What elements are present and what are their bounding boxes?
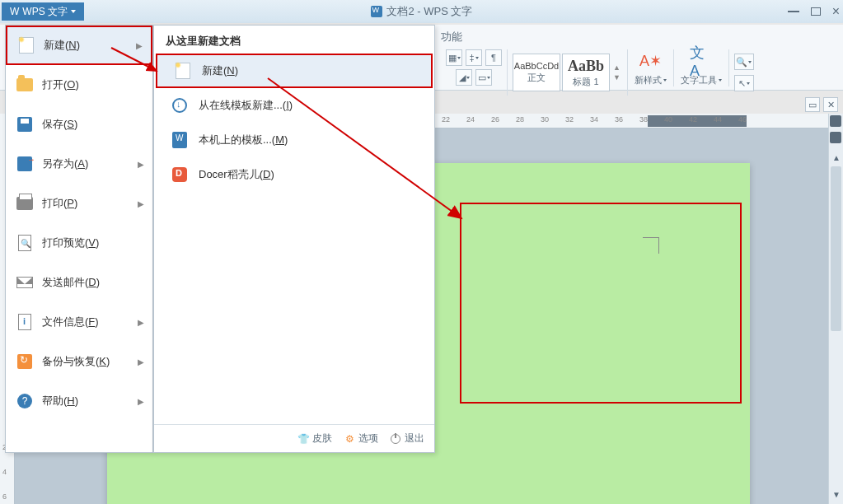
style-normal[interactable]: AaBbCcDd 正文 <box>513 54 560 91</box>
ruler-tick: 34 <box>590 115 598 124</box>
menu-item-saveas[interactable]: 另存为(A) ▶ <box>6 144 152 184</box>
footer-options-button[interactable]: ⚙选项 <box>344 432 378 446</box>
style-up-icon[interactable]: ▲ <box>613 63 621 72</box>
find-icon[interactable]: 🔍 <box>734 54 754 70</box>
sub-item-online-label: 从在线模板新建...(I) <box>199 98 293 113</box>
close-button[interactable]: × <box>832 4 840 19</box>
footer-exit-button[interactable]: 退出 <box>390 432 424 446</box>
new-style-button[interactable]: A✶ 新样式 <box>628 49 674 86</box>
ruler-tick: 32 <box>565 115 574 124</box>
chevron-right-icon: ▶ <box>138 160 144 169</box>
sub-item-local-label: 本机上的模板...(M) <box>199 133 288 147</box>
window-title: 文档2 - WPS 文字 <box>370 4 472 19</box>
sub-menu-footer: 👕皮肤 ⚙选项 退出 <box>154 424 434 452</box>
ruler-icon[interactable]: ✕ <box>823 97 838 112</box>
style-down-icon[interactable]: ▼ <box>613 73 621 82</box>
online-template-icon <box>171 96 189 114</box>
new-style-icon: A✶ <box>639 49 662 72</box>
backup-icon <box>16 352 34 371</box>
style-heading1-preview: AaBb <box>568 58 604 75</box>
scrollbar-vertical[interactable]: ▲ ▼ <box>828 114 843 504</box>
doc-icon <box>370 6 382 17</box>
scroll-thumb[interactable] <box>831 166 841 331</box>
help-menu-icon: ? <box>16 392 34 410</box>
nav-pane-icon[interactable] <box>830 132 841 143</box>
footer-skin-button[interactable]: 👕皮肤 <box>297 432 332 446</box>
maximize-button[interactable] <box>811 7 821 16</box>
ruler-tick: 38 <box>639 115 648 124</box>
chevron-right-icon: ▶ <box>138 397 144 406</box>
footer-exit-label: 退出 <box>405 432 424 446</box>
menu-item-new[interactable]: 新建(N) ▶ <box>6 26 152 65</box>
save-icon <box>16 115 34 133</box>
minimize-button[interactable] <box>788 11 799 12</box>
sub-menu-panel: 从这里新建文档 新建(N) 从在线模板新建...(I) 本机上的模板...(M)… <box>153 25 435 453</box>
menu-item-preview[interactable]: 打印预览(V) <box>6 223 152 263</box>
chevron-right-icon: ▶ <box>138 318 144 327</box>
view-shortcuts: ▭ ✕ <box>805 97 838 112</box>
menu-item-fileinfo[interactable]: 文件信息(F) ▶ <box>6 302 152 342</box>
menu-item-save[interactable]: 保存(S) <box>6 105 152 144</box>
skin-icon: 👕 <box>297 433 309 445</box>
ribbon-groups: ▦ ‡ ¶ ◢ ▭ AaBbCcDd 正文 AaBb 标题 1 ▲ ▼ <box>441 49 759 96</box>
menu-item-saveas-label: 另存为(A) <box>42 156 88 171</box>
scroll-down-icon[interactable]: ▼ <box>832 490 841 499</box>
sub-item-local-template[interactable]: 本机上的模板...(M) <box>154 123 434 157</box>
para-icon[interactable]: ¶ <box>485 49 502 66</box>
sub-menu-header: 从这里新建文档 <box>154 26 434 54</box>
ruler-tick: 42 <box>689 115 697 124</box>
ribbon-group-paragraph: ▦ ‡ ¶ ◢ ▭ <box>441 49 508 96</box>
exit-icon <box>390 433 401 445</box>
sub-item-docer-label: Docer稻壳儿(D) <box>199 167 274 182</box>
ruler-tick: 22 <box>442 115 450 124</box>
menu-item-help[interactable]: ? 帮助(H) ▶ <box>6 381 152 421</box>
saveas-icon <box>16 155 34 173</box>
print-preview-icon <box>16 234 34 252</box>
doc-title-label: 文档2 - WPS 文字 <box>386 4 472 19</box>
menu-item-open[interactable]: 打开(O) <box>6 65 152 105</box>
main-menu-panel: 新建(N) ▶ 打开(O) 保存(S) 另存为(A) ▶ 打印(P) ▶ 打印预… <box>5 25 153 453</box>
ruler-tick: 30 <box>541 115 549 124</box>
ruler-tick: 44 <box>714 115 722 124</box>
sub-item-new[interactable]: 新建(N) <box>156 54 433 88</box>
sidebar-toggle-icon[interactable] <box>830 115 841 127</box>
chevron-right-icon: ▶ <box>138 357 144 366</box>
shading-icon[interactable]: ◢ <box>456 69 472 86</box>
sub-item-new-label: 新建(N) <box>202 63 238 78</box>
chevron-right-icon: ▶ <box>136 41 143 50</box>
style-normal-label: 正文 <box>527 72 546 84</box>
ruler-tick: 26 <box>491 115 499 124</box>
menu-item-print[interactable]: 打印(P) ▶ <box>6 184 152 223</box>
sub-item-online-template[interactable]: 从在线模板新建...(I) <box>154 88 434 123</box>
menu-item-open-label: 打开(O) <box>42 77 79 92</box>
app-menu-button[interactable]: W WPS 文字 <box>2 2 84 21</box>
border-icon[interactable]: ▭ <box>475 69 492 86</box>
menu-item-sendmail[interactable]: 发送邮件(D) <box>6 263 152 302</box>
menu-item-new-label: 新建(N) <box>44 38 80 53</box>
window-controls: × <box>788 4 840 19</box>
menu-item-help-label: 帮助(H) <box>42 394 78 408</box>
style-normal-preview: AaBbCcDd <box>514 61 559 71</box>
grid-icon[interactable]: ▦ <box>446 49 462 66</box>
ruler-tick: 4 <box>2 468 7 476</box>
style-heading1-label: 标题 1 <box>573 76 598 88</box>
text-tools-button[interactable]: 文A 文字工具 <box>674 49 729 86</box>
menu-item-sendmail-label: 发送邮件(D) <box>42 275 100 290</box>
text-tools-label: 文字工具 <box>681 74 717 86</box>
new-style-label: 新样式 <box>635 74 662 86</box>
menu-item-backup-label: 备份与恢复(K) <box>42 354 110 369</box>
chevron-right-icon: ▶ <box>138 199 144 208</box>
scroll-up-icon[interactable]: ▲ <box>832 153 841 162</box>
sub-item-docer[interactable]: Docer稻壳儿(D) <box>154 157 434 192</box>
select-icon[interactable]: ↖ <box>734 75 754 91</box>
menu-item-backup[interactable]: 备份与恢复(K) ▶ <box>6 342 152 381</box>
footer-options-label: 选项 <box>358 432 378 446</box>
local-template-icon <box>171 131 189 149</box>
open-folder-icon <box>16 76 34 94</box>
view-icon[interactable]: ▭ <box>805 97 820 112</box>
annotation-target-rect <box>460 203 742 404</box>
style-heading1[interactable]: AaBb 标题 1 <box>562 54 610 91</box>
line-spacing-icon[interactable]: ‡ <box>466 49 482 66</box>
ruler-tick: 24 <box>466 115 475 124</box>
menu-item-save-label: 保存(S) <box>42 117 77 132</box>
